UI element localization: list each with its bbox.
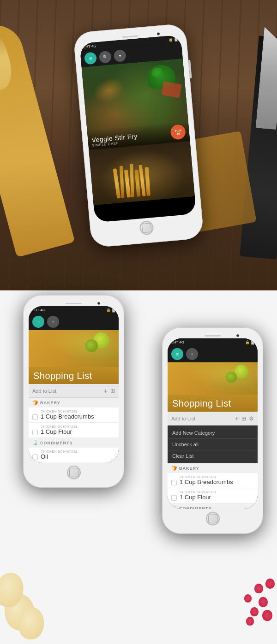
yum-badge[interactable]: Yum 10 — [170, 124, 186, 140]
checkbox-flour-2[interactable] — [32, 430, 38, 435]
raspberry — [246, 617, 254, 626]
add-bar-label-3: Add to List — [171, 416, 232, 421]
eggs-decoration — [0, 552, 55, 644]
home-button-2[interactable] — [67, 466, 81, 479]
menu-button-2[interactable]: ≡ — [32, 316, 44, 328]
home-button[interactable] — [139, 220, 154, 236]
lock-icon: 🔒 — [169, 37, 174, 41]
shopping-header-bg-2 — [29, 330, 119, 367]
filter-icon: ▾ — [119, 53, 121, 58]
menu-button[interactable]: ≡ — [84, 52, 97, 65]
status-icons-2: 🔒 ▓ — [106, 308, 115, 312]
phone-2: LHT 4G 🔒 ▓ ≡ ↑ — [23, 295, 124, 488]
speaker-2 — [66, 303, 82, 304]
condiments-label-2: CONDIMENTS — [40, 441, 73, 445]
list-item-oil-2: CHICKEN SCHNITZEL Oil — [29, 448, 119, 463]
delete-icon-3[interactable]: ⊞ — [241, 415, 246, 422]
condiments-label-3: CONDIMENTS — [179, 506, 212, 509]
phone-1-frame: LHT 4G 🔒 ▓ ≡ 🔍 ▾ — [73, 23, 204, 248]
checkbox-flour-3[interactable] — [171, 495, 177, 501]
menu-icon: ≡ — [89, 55, 92, 61]
raspberry — [244, 594, 252, 603]
flour-source-2: CHICKEN SCHNITZEL — [41, 425, 115, 428]
shopping-title-area-2: Shopping List — [29, 367, 119, 384]
recipe-image-2 — [89, 141, 195, 205]
fry — [145, 167, 151, 195]
flour-content-3: CHICKEN SCHNITZEL 1 Cup Flour — [180, 490, 254, 501]
phone-2-frame: LHT 4G 🔒 ▓ ≡ ↑ — [23, 295, 124, 488]
checkbox-breadcrumbs-3[interactable] — [171, 480, 177, 485]
phone-3-screen: LHT 4G 🔒 ▓ ≡ ↑ — [168, 338, 258, 509]
carrier-signal: LHT 4G — [83, 44, 96, 49]
fry — [120, 165, 125, 198]
oil-name-2: Oil — [41, 453, 115, 460]
add-bar-3: Add to List + ⊞ ⚙ — [168, 412, 258, 425]
checkbox-oil-2[interactable] — [32, 455, 38, 460]
menu-icon-3: ≡ — [176, 351, 179, 357]
front-camera-3 — [236, 334, 239, 337]
battery-icon-2: ▓ — [112, 308, 115, 312]
carrier-2: LHT 4G — [32, 308, 45, 312]
speaker-grille — [122, 35, 138, 38]
share-button-2[interactable]: ↑ — [47, 316, 59, 328]
shopping-title-2: Shopping List — [33, 371, 114, 381]
flour-name-2: 1 Cup Flour — [41, 428, 115, 435]
oil-source-2: CHICKEN SCHNITZEL — [41, 450, 115, 453]
search-button[interactable]: 🔍 — [99, 51, 112, 64]
bakery-icon-3: 🍞 — [171, 466, 177, 471]
raspberry — [259, 597, 268, 607]
bottom-section: LHT 4G 🔒 ▓ ≡ ↑ — [0, 290, 277, 644]
condiments-icon-3: 🍶 — [171, 506, 177, 509]
flour-name-3: 1 Cup Flour — [180, 494, 254, 501]
home-button-inner — [142, 223, 152, 233]
front-camera — [157, 32, 160, 35]
carrier-3: LHT 4G — [171, 340, 184, 344]
oil-content-2: CHICKEN SCHNITZEL Oil — [41, 450, 115, 460]
breadcrumbs-source-2: CHICKEN SCHNITZEL — [41, 410, 115, 413]
fry — [130, 164, 134, 197]
bakery-label-2: BAKERY — [40, 401, 60, 405]
menu-uncheck-all[interactable]: Uncheck all — [168, 439, 258, 450]
search-icon: 🔍 — [102, 54, 108, 59]
raspberry — [262, 610, 272, 621]
add-bar-2: Add to List + ⊞ — [29, 384, 119, 398]
list-item-breadcrumbs-2: CHICKEN SCHNITZEL 1 Cup Breadcrumbs — [29, 408, 119, 423]
menu-clear-list[interactable]: Clear List — [168, 450, 258, 461]
breadcrumbs-content-3: CHICKEN SCHNITZEL 1 Cup Breadcrumbs — [180, 475, 254, 485]
filter-button[interactable]: ▾ — [114, 49, 126, 62]
status-icons-3: 🔒 ▓ — [245, 340, 254, 344]
dropdown-menu: Add New Category Uncheck all Clear List — [168, 425, 258, 463]
raspberries-decoration — [222, 552, 277, 644]
recipe-text: Veggie Stir Fry SIMPLE CHEF — [91, 132, 138, 147]
home-button-inner-3 — [208, 514, 217, 523]
menu-add-category[interactable]: Add New Category — [168, 427, 258, 439]
bakery-icon-2: 🍞 — [32, 400, 38, 405]
menu-button-3[interactable]: ≡ — [171, 348, 183, 360]
menu-icon-2: ≡ — [37, 319, 40, 325]
home-button-inner-2 — [69, 468, 78, 477]
category-condiments-2: 🍶 CONDIMENTS — [29, 438, 119, 448]
gear-icon[interactable]: ⚙ — [249, 415, 254, 422]
top-section: LHT 4G 🔒 ▓ ≡ 🔍 ▾ — [0, 0, 277, 290]
breadcrumbs-source-3: CHICKEN SCHNITZEL — [180, 475, 254, 479]
breadcrumbs-content-2: CHICKEN SCHNITZEL 1 Cup Breadcrumbs — [41, 410, 115, 420]
delete-icon-2[interactable]: ⊞ — [110, 388, 115, 394]
status-icons: 🔒 ▓ — [169, 36, 178, 41]
fries-container — [108, 157, 171, 199]
checkbox-breadcrumbs-2[interactable] — [32, 414, 38, 420]
home-button-3[interactable] — [206, 512, 220, 526]
lock-icon-2: 🔒 — [106, 308, 111, 312]
raspberry — [250, 607, 259, 616]
status-bar-2: LHT 4G 🔒 ▓ — [29, 306, 119, 313]
battery-icon-3: ▓ — [251, 340, 254, 344]
bakery-label-3: BAKERY — [179, 466, 199, 471]
status-bar-3: LHT 4G 🔒 ▓ — [168, 338, 258, 346]
yum-count: 10 — [176, 132, 180, 136]
add-icon-3[interactable]: + — [235, 415, 239, 422]
add-icon-2[interactable]: + — [104, 387, 108, 395]
share-button-3[interactable]: ↑ — [186, 348, 198, 360]
speaker-3 — [205, 335, 221, 337]
share-icon-3: ↑ — [191, 351, 193, 357]
shopping-header-bg-3 — [168, 362, 258, 395]
recipe-image: Veggie Stir Fry SIMPLE CHEF Yum 10 — [82, 59, 190, 150]
